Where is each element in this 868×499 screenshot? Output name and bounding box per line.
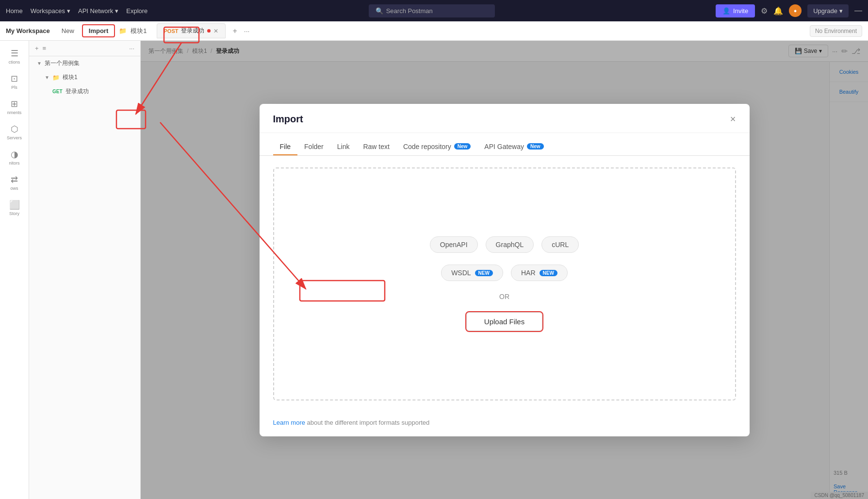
nav-home[interactable]: Home (6, 7, 23, 15)
tab-raw-text[interactable]: Raw text (356, 139, 396, 155)
history-icon: ⬜ (9, 200, 20, 210)
format-openapi[interactable]: OpenAPI (430, 236, 478, 253)
tab-link[interactable]: Link (330, 139, 357, 155)
sidebar-item-flows[interactable]: ⇄ ows (3, 171, 26, 194)
sidebar-item-history[interactable]: ⬜ Story (3, 196, 26, 219)
sidebar-item-monitors[interactable]: ◑ nitors (3, 146, 26, 169)
filetree-more-icon[interactable]: ··· (129, 45, 134, 52)
new-button[interactable]: New (58, 25, 78, 36)
sidebar-label-servers: Servers (7, 135, 22, 140)
import-button[interactable]: Import (82, 24, 115, 37)
apis-icon: ⊡ (11, 73, 18, 84)
sidebar-label-collections: ctions (9, 60, 20, 65)
format-row-2: WSDL NEW HAR NEW (441, 265, 568, 281)
format-curl[interactable]: cURL (541, 236, 579, 253)
sort-icon[interactable]: ≡ (43, 45, 47, 52)
tab-file-label: File (280, 143, 291, 150)
collection-item[interactable]: ▼ 第一个用例集 (29, 56, 140, 70)
tab-api-gateway[interactable]: API Gateway New (477, 139, 550, 155)
tab-raw-text-label: Raw text (363, 143, 389, 150)
tab-api-gateway-label: API Gateway (484, 143, 524, 150)
upgrade-button[interactable]: Upgrade ▾ (807, 4, 849, 17)
tab-code-repo-label: Code repository (403, 143, 451, 150)
env-icon: ⊞ (11, 99, 18, 109)
sidebar-label-apis: Pls (11, 85, 17, 90)
secondbar: My Workspace New Import 📁 模块1 POST 登录成功 … (0, 21, 868, 41)
add-tab-button[interactable]: + (229, 27, 240, 35)
tab-link-label: Link (337, 143, 350, 150)
sidebar: ☰ ctions ⊡ Pls ⊞ nments ⬡ Servers ◑ nito… (0, 41, 29, 499)
learn-more-text: Learn more about the different import fo… (273, 419, 430, 426)
tab-file[interactable]: File (273, 139, 298, 155)
collections-icon: ☰ (11, 48, 18, 59)
collection-label: 第一个用例集 (45, 59, 80, 67)
upload-files-button[interactable]: Upload Files (466, 312, 542, 331)
tab-code-repo[interactable]: Code repository New (396, 139, 477, 155)
drop-area[interactable]: OpenAPI GraphQL cURL WSDL NEW HAR NEW (273, 167, 736, 400)
modal-header: Import × (260, 104, 750, 133)
folder-item[interactable]: ▼ 📁 模块1 (29, 70, 140, 84)
or-label: OR (499, 293, 509, 300)
tab-folder[interactable]: Folder (297, 139, 330, 155)
format-har[interactable]: HAR NEW (511, 265, 568, 281)
bell-icon[interactable]: 🔔 (773, 6, 783, 16)
search-input[interactable]: 🔍 Search Postman (369, 4, 495, 17)
nav-api-network[interactable]: API Network ▾ (78, 7, 118, 15)
add-collection-icon[interactable]: + (35, 45, 39, 52)
invite-button[interactable]: 👤 Invite (716, 4, 755, 17)
modal-title: Import (273, 114, 303, 125)
sidebar-label-environments: nments (7, 110, 22, 115)
request-name: 登录成功 (66, 87, 89, 96)
servers-icon: ⬡ (11, 124, 18, 134)
learn-more-link[interactable]: Learn more (273, 419, 305, 426)
har-label: HAR (521, 269, 536, 277)
sidebar-item-environments[interactable]: ⊞ nments (3, 95, 26, 118)
topbar-right: 👤 Invite ⚙ 🔔 ● Upgrade ▾ — (716, 4, 862, 17)
folder-icon: 📁 (119, 27, 127, 34)
collection-arrow-icon: ▼ (37, 61, 42, 66)
unsaved-indicator (207, 29, 211, 33)
main-layout: ☰ ctions ⊡ Pls ⊞ nments ⬡ Servers ◑ nito… (0, 41, 868, 499)
sidebar-label-flows: ows (10, 186, 18, 191)
tab-name: 登录成功 (181, 27, 204, 35)
minimize-button[interactable]: — (854, 6, 862, 15)
workspace-title: My Workspace (6, 27, 50, 34)
topbar: Home Workspaces ▾ API Network ▾ Explore … (0, 0, 868, 21)
nav-workspaces[interactable]: Workspaces ▾ (31, 7, 70, 15)
filetree-header: + ≡ ··· (29, 41, 140, 56)
request-tab[interactable]: POST 登录成功 ✕ (157, 23, 226, 38)
format-wsdl[interactable]: WSDL NEW (441, 265, 503, 281)
api-gateway-new-badge: New (527, 143, 544, 150)
format-graphql[interactable]: GraphQL (486, 236, 534, 253)
request-item[interactable]: GET 登录成功 (29, 84, 140, 99)
nav-explore[interactable]: Explore (126, 7, 147, 15)
sidebar-item-apis[interactable]: ⊡ Pls (3, 70, 26, 93)
tab-overflow-button[interactable]: ··· (244, 27, 250, 35)
sidebar-item-collections[interactable]: ☰ ctions (3, 45, 26, 68)
search-icon: 🔍 (376, 7, 383, 15)
flows-icon: ⇄ (11, 174, 18, 185)
tab-folder-label: Folder (304, 143, 324, 150)
folder-label: 模块1 (63, 73, 78, 82)
tab-method: POST (164, 28, 179, 34)
import-modal: Import × File Folder Link Raw text (260, 104, 750, 436)
code-repo-new-badge: New (454, 143, 471, 150)
avatar[interactable]: ● (789, 4, 802, 17)
environment-selector[interactable]: No Environment (810, 25, 862, 37)
wsdl-label: WSDL (451, 269, 471, 277)
sidebar-label-history: Story (9, 211, 19, 216)
modal-overlay[interactable]: Import × File Folder Link Raw text (141, 41, 868, 499)
content-area: 第一个用例集 / 模块1 / 登录成功 💾 Save ▾ ··· ✏ ⎇ (141, 41, 868, 499)
settings-icon[interactable]: ⚙ (761, 6, 768, 16)
filetree: + ≡ ··· ▼ 第一个用例集 ▼ 📁 模块1 GET 登录成功 (29, 41, 141, 499)
search-bar: 🔍 Search Postman (151, 4, 712, 17)
wsdl-new-badge: NEW (475, 270, 493, 276)
sidebar-item-mock-servers[interactable]: ⬡ Servers (3, 120, 26, 144)
folder-icon-tree: 📁 (52, 74, 60, 81)
folder-tab-label: 模块1 (131, 27, 147, 35)
tab-close-icon[interactable]: ✕ (213, 28, 218, 34)
request-method-badge: GET (52, 89, 63, 94)
modal-close-button[interactable]: × (730, 114, 736, 125)
monitors-icon: ◑ (11, 149, 18, 160)
folder-arrow-icon: ▼ (45, 75, 49, 80)
